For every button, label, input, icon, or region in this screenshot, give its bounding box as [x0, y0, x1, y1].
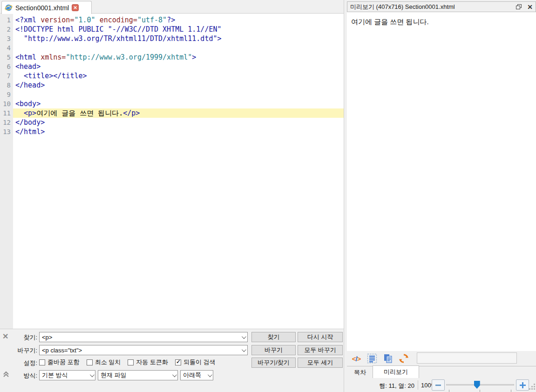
line-number: 1: [0, 15, 13, 25]
selected-value: 아래쪽: [183, 371, 201, 379]
preview-paragraph: 여기에 글을 쓰면 됩니다.: [351, 18, 532, 27]
mode-selects: 기본 방식현재 파일아래쪽: [39, 370, 213, 380]
line-number: 6: [0, 62, 13, 71]
replace-all-button[interactable]: 모두 바꾸기: [298, 345, 343, 355]
restart-button[interactable]: 다시 시작: [298, 332, 343, 342]
line-number: 8: [0, 81, 13, 90]
chevron-down-icon[interactable]: [172, 372, 177, 377]
preview-header: 미리보기 (407x716) Section0001.xhtml ✕: [347, 1, 536, 12]
minus-icon: [435, 385, 441, 386]
preview-address-input[interactable]: [417, 352, 517, 364]
find-replace-panel: ✕ 찾기: <p> 찾기 다시 시작 바꾸기: <p class="txt"> …: [0, 329, 344, 392]
setting-checkbox[interactable]: 줄바꿈 포함: [39, 358, 80, 366]
count-all-button[interactable]: 모두 세기: [298, 358, 343, 368]
checkbox-unchecked[interactable]: [128, 359, 134, 365]
ie-browser-icon: [5, 4, 13, 12]
document-tab-title: Section0001.xhtml: [15, 4, 69, 12]
code-view-icon[interactable]: </>: [350, 352, 363, 365]
code-line[interactable]: </html>: [13, 127, 344, 136]
replace-input-value: <p class="txt">: [42, 347, 82, 354]
float-window-icon[interactable]: [516, 4, 522, 9]
code-line[interactable]: [13, 43, 344, 53]
replace-button[interactable]: 바꾸기: [251, 345, 296, 355]
search-mode-select[interactable]: 기본 방식: [39, 370, 95, 380]
preview-title: 미리보기 (407x716) Section0001.xhtml: [350, 3, 516, 11]
find-settings-options: 줄바꿈 포함최소 일치자동 토큰화✓되돌이 검색: [39, 358, 249, 366]
line-number: 3: [0, 34, 13, 43]
plus-icon: [520, 382, 526, 388]
zoom-out-button[interactable]: [432, 379, 445, 391]
code-line[interactable]: <!DOCTYPE html PUBLIC "-//W3C//DTD XHTML…: [13, 25, 344, 34]
cursor-position: 행: 11, 열: 20: [347, 382, 414, 390]
preview-toolbar: </>: [347, 351, 536, 366]
replace-input[interactable]: <p class="txt">: [39, 345, 248, 355]
find-input-value: <p>: [42, 334, 52, 341]
preview-content[interactable]: 여기에 글을 쓰면 됩니다.: [347, 12, 536, 351]
find-label: 찾기:: [7, 333, 37, 342]
code-line[interactable]: <body>: [13, 99, 344, 108]
code-line[interactable]: [13, 90, 344, 99]
selected-value: 현재 파일: [101, 371, 127, 379]
preview-pane: 미리보기 (407x716) Section0001.xhtml ✕ 여기에 글…: [347, 0, 536, 392]
tab-close-icon[interactable]: ✕: [72, 4, 79, 11]
checkbox-checked[interactable]: ✓: [175, 359, 181, 365]
search-scope-select[interactable]: 현재 파일: [98, 370, 178, 380]
line-number: 9: [0, 90, 13, 99]
chevron-down-icon[interactable]: [208, 372, 212, 377]
setting-checkbox[interactable]: 최소 일치: [87, 358, 121, 366]
line-number: 4: [0, 43, 13, 53]
replace-label: 바꾸기:: [7, 346, 37, 355]
code-editor[interactable]: 12345678910111213 <?xml version="1.0" en…: [0, 14, 344, 329]
search-direction-select[interactable]: 아래쪽: [180, 370, 213, 380]
editor-pane: Section0001.xhtml ✕ 12345678910111213 <?…: [0, 0, 344, 392]
check-icon: ✓: [176, 358, 181, 365]
close-preview-icon[interactable]: ✕: [527, 4, 533, 10]
resize-grip[interactable]: [529, 384, 535, 390]
copy-icon[interactable]: [381, 352, 394, 365]
zoom-in-button[interactable]: [516, 379, 529, 391]
code-lines: <?xml version="1.0" encoding="utf-8"?><!…: [13, 14, 344, 136]
selected-value: 기본 방식: [42, 371, 68, 379]
settings-label: 설정:: [7, 359, 37, 367]
refresh-icon[interactable]: [397, 352, 410, 365]
line-number: 12: [0, 118, 13, 127]
line-number: 10: [0, 99, 13, 108]
line-number: 5: [0, 53, 13, 62]
zoom-slider-handle[interactable]: [474, 381, 480, 389]
line-number-gutter: 12345678910111213: [0, 14, 13, 329]
document-tab[interactable]: Section0001.xhtml ✕: [1, 1, 92, 14]
side-tabs: 목차 미리보기: [347, 366, 536, 378]
line-number: 11: [0, 108, 13, 118]
setting-checkbox[interactable]: 자동 토큰화: [128, 358, 168, 366]
code-line[interactable]: <?xml version="1.0" encoding="utf-8"?>: [13, 15, 344, 25]
code-line[interactable]: <title></title>: [13, 71, 344, 81]
checkbox-label: 자동 토큰화: [136, 358, 168, 366]
setting-checkbox[interactable]: ✓되돌이 검색: [175, 358, 216, 366]
code-line[interactable]: </body>: [13, 118, 344, 127]
tab-preview[interactable]: 미리보기: [373, 365, 419, 378]
find-input[interactable]: <p>: [39, 332, 248, 342]
checkbox-label: 줄바꿈 포함: [47, 358, 80, 366]
replace-find-button[interactable]: 바꾸기/찾기: [251, 358, 296, 368]
code-line[interactable]: <head>: [13, 62, 344, 71]
find-button[interactable]: 찾기: [251, 332, 296, 342]
code-line[interactable]: <html xmlns="http://www.w3.org/1999/xhtm…: [13, 53, 344, 62]
inspect-lines-icon[interactable]: [366, 352, 379, 365]
zoom-slider[interactable]: [446, 379, 514, 392]
code-line-highlighted[interactable]: <p>여기에 글을 쓰면 됩니다.</p>: [13, 108, 344, 118]
checkbox-unchecked[interactable]: [39, 359, 45, 365]
code-line[interactable]: "http://www.w3.org/TR/xhtml11/DTD/xhtml1…: [13, 34, 344, 43]
chevron-down-icon[interactable]: [242, 347, 246, 352]
code-line[interactable]: </head>: [13, 81, 344, 90]
status-bar: 행: 11, 열: 20 100%: [347, 378, 536, 392]
editor-tab-bar: Section0001.xhtml ✕: [0, 0, 344, 14]
tab-toc[interactable]: 목차: [348, 366, 372, 378]
chevron-down-icon[interactable]: [242, 334, 246, 339]
line-number: 2: [0, 25, 13, 34]
chevron-down-icon[interactable]: [90, 372, 95, 377]
checkbox-label: 최소 일치: [95, 358, 121, 366]
line-number: 7: [0, 71, 13, 81]
checkbox-unchecked[interactable]: [87, 359, 93, 365]
mode-label: 방식:: [7, 372, 37, 380]
checkbox-label: 되돌이 검색: [183, 358, 216, 366]
